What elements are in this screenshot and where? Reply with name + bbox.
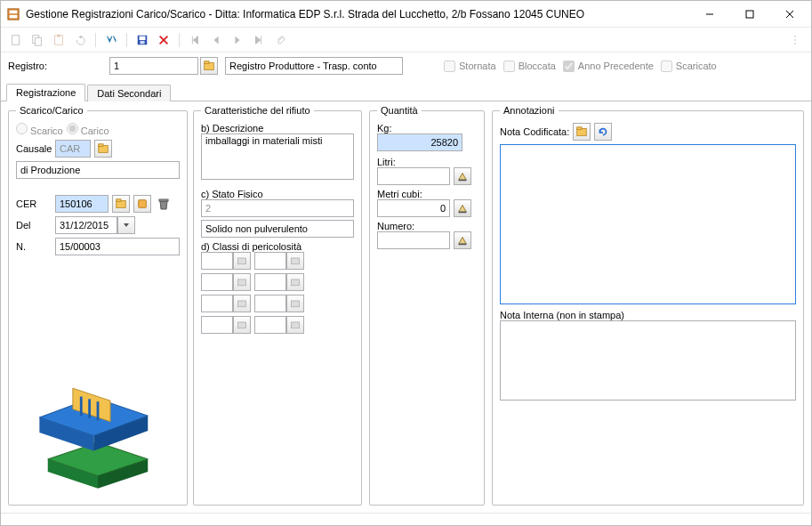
classe-input-7[interactable] <box>201 316 233 334</box>
window-title: Gestione Registrazioni Carico/Scarico - … <box>26 8 689 20</box>
maximize-button[interactable] <box>729 2 769 27</box>
annotazioni-legend: Annotazioni <box>500 105 559 116</box>
classe-input-2[interactable] <box>254 252 286 270</box>
svg-rect-13 <box>140 36 146 39</box>
delete-icon[interactable] <box>156 32 172 48</box>
registro-row: Registro: Stornata Bloccata Anno Precede… <box>1 53 811 79</box>
classe-input-3[interactable] <box>201 273 233 291</box>
classe-lookup-5[interactable] <box>233 295 251 312</box>
svg-rect-21 <box>205 61 209 64</box>
classe-input-6[interactable] <box>254 295 286 312</box>
attachment-icon[interactable] <box>272 32 288 48</box>
classe-lookup-7[interactable] <box>233 316 251 334</box>
classi-grid <box>201 252 354 334</box>
caratteristiche-legend: Caratteristiche del rifiuto <box>201 105 314 116</box>
new-icon[interactable] <box>8 32 24 48</box>
litri-calc-button[interactable] <box>454 167 471 185</box>
kg-label: Kg: <box>377 123 477 134</box>
nota-cod-refresh-button[interactable] <box>594 123 612 141</box>
causale-lookup-button[interactable] <box>94 140 112 158</box>
prev-icon[interactable] <box>208 32 224 48</box>
del-label: Del <box>16 220 52 231</box>
tab-content: Scarico/Carico Scarico Carico Causale CE… <box>1 101 811 513</box>
descrizione-input[interactable] <box>201 134 354 180</box>
nota-codificata-input[interactable] <box>500 144 796 304</box>
stato-fisico-code[interactable] <box>201 199 354 217</box>
kg-input[interactable] <box>377 134 462 151</box>
causale-desc[interactable] <box>16 161 180 179</box>
classe-lookup-3[interactable] <box>233 273 251 291</box>
mc-input[interactable] <box>377 199 450 217</box>
cer-book-button[interactable] <box>133 195 151 213</box>
svg-rect-23 <box>99 144 103 147</box>
cer-label: CER <box>16 198 52 209</box>
classe-lookup-4[interactable] <box>286 273 304 291</box>
registro-lookup-button[interactable] <box>200 57 218 75</box>
del-dropdown-button[interactable] <box>117 216 135 234</box>
tabstrip: Registrazione Dati Secondari <box>1 79 811 101</box>
numero-input[interactable] <box>377 231 450 249</box>
scaricato-checkbox[interactable]: Scaricato <box>661 61 717 72</box>
classe-input-8[interactable] <box>254 316 286 334</box>
svg-rect-43 <box>292 301 300 307</box>
registro-desc[interactable] <box>225 57 403 75</box>
classe-input-1[interactable] <box>201 252 233 270</box>
stato-fisico-desc[interactable] <box>201 220 354 238</box>
undo-icon[interactable] <box>72 32 88 48</box>
svg-rect-45 <box>292 322 300 328</box>
cer-input[interactable] <box>55 195 109 213</box>
close-button[interactable] <box>769 2 809 27</box>
litri-input[interactable] <box>377 167 450 185</box>
toolbar-separator <box>95 33 96 47</box>
quantita-group: Quantità Kg: Litri: Metri cubi: Numero: <box>369 105 485 506</box>
causale-input[interactable] <box>55 140 91 158</box>
copy-icon[interactable] <box>29 32 45 48</box>
classi-pericolosita-label: d) Classi di pericolosità <box>201 241 354 252</box>
svg-rect-50 <box>577 127 582 130</box>
app-icon <box>6 7 20 21</box>
registro-input[interactable] <box>109 57 198 75</box>
classe-lookup-8[interactable] <box>286 316 304 334</box>
n-input[interactable] <box>55 238 180 255</box>
last-icon[interactable] <box>251 32 267 48</box>
svg-rect-7 <box>12 35 20 45</box>
nota-cod-lookup-button[interactable] <box>573 123 591 141</box>
classe-lookup-2[interactable] <box>286 252 304 270</box>
cer-lookup-button[interactable] <box>112 195 130 213</box>
stornata-checkbox[interactable]: Stornata <box>444 61 496 72</box>
carico-radio[interactable]: Carico <box>67 123 109 136</box>
del-input[interactable] <box>55 216 117 234</box>
tab-dati-secondari[interactable]: Dati Secondari <box>87 85 171 101</box>
classe-lookup-6[interactable] <box>286 295 304 312</box>
svg-rect-41 <box>292 279 300 286</box>
tab-registrazione[interactable]: Registrazione <box>6 84 85 101</box>
classe-lookup-1[interactable] <box>233 252 251 270</box>
save-icon[interactable] <box>134 32 150 48</box>
titlebar: Gestione Registrazioni Carico/Scarico - … <box>1 1 811 28</box>
anno-precedente-checkbox[interactable]: Anno Precedente <box>563 61 654 72</box>
bloccata-checkbox[interactable]: Bloccata <box>503 61 556 72</box>
svg-rect-4 <box>746 11 753 18</box>
svg-rect-9 <box>35 37 41 45</box>
cer-trash-button[interactable] <box>155 195 173 213</box>
classe-input-5[interactable] <box>201 295 233 312</box>
svg-rect-40 <box>238 279 246 286</box>
svg-point-17 <box>794 36 796 37</box>
n-label: N. <box>16 241 52 252</box>
numero-calc-button[interactable] <box>454 231 471 249</box>
statusbar <box>1 513 811 525</box>
litri-label: Litri: <box>377 157 477 167</box>
find-icon[interactable] <box>103 32 119 48</box>
scarico-radio[interactable]: Scarico <box>16 123 63 136</box>
first-icon[interactable] <box>187 32 203 48</box>
mc-calc-button[interactable] <box>454 199 471 217</box>
toolbar-separator <box>179 33 180 47</box>
next-icon[interactable] <box>229 32 245 48</box>
minimize-button[interactable] <box>689 2 729 27</box>
causale-label: Causale <box>16 143 52 154</box>
svg-rect-46 <box>459 180 467 182</box>
nota-interna-input[interactable] <box>500 320 796 401</box>
svg-rect-44 <box>238 322 246 328</box>
paste-icon[interactable] <box>51 32 67 48</box>
classe-input-4[interactable] <box>254 273 286 291</box>
